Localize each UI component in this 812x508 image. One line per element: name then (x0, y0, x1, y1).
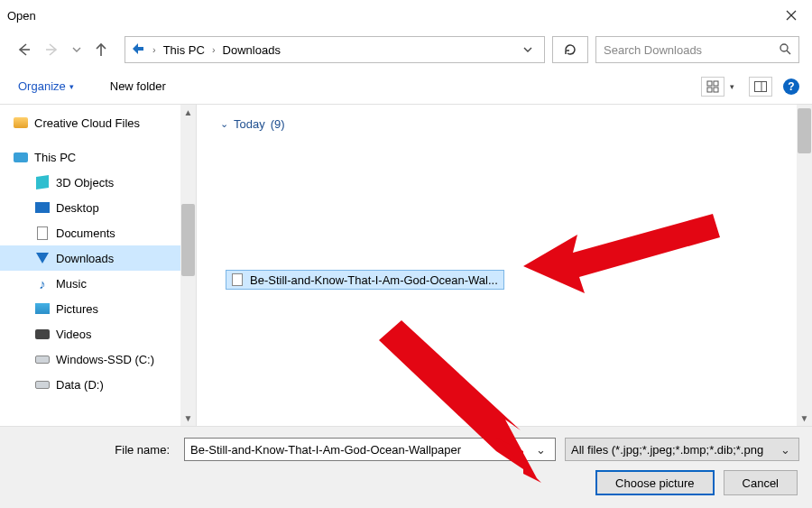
cloud-icon (13, 115, 29, 131)
chevron-right-icon: › (208, 44, 219, 55)
search-icon (779, 42, 791, 58)
file-item-selected[interactable]: Be-Still-and-Know-That-I-Am-God-Ocean-Wa… (226, 270, 504, 290)
svg-rect-8 (714, 81, 718, 86)
desktop-icon (34, 199, 51, 216)
refresh-icon (563, 42, 577, 57)
svg-rect-7 (707, 81, 712, 86)
tree-item-label: 3D Objects (56, 176, 114, 189)
choose-picture-button[interactable]: Choose picture (595, 470, 714, 495)
video-icon (34, 326, 51, 342)
music-icon: ♪ (34, 275, 51, 291)
file-name-value: Be-Still-and-Know-That-I-Am-God-Ocean-Wa… (190, 443, 461, 457)
tree-item-label: Documents (56, 226, 115, 240)
nav-row: › This PC › Downloads Search Downloads (0, 31, 812, 69)
doc-icon (34, 225, 51, 241)
back-button[interactable] (13, 39, 34, 60)
chevron-down-icon: ⌄ (777, 443, 793, 457)
chevron-down-icon: ▾ (69, 82, 74, 91)
search-placeholder: Search Downloads (604, 43, 779, 57)
tree-item-this-pc[interactable]: This PC (0, 144, 180, 170)
tree-item-documents[interactable]: Documents (0, 220, 180, 245)
svg-point-5 (780, 44, 788, 51)
file-name-label: File name: (13, 443, 175, 457)
up-button[interactable] (90, 39, 112, 60)
view-mode-dropdown[interactable]: ▾ (726, 82, 738, 91)
bottom-panel: File name: Be-Still-and-Know-That-I-Am-G… (0, 427, 812, 508)
tree-item-label: Downloads (56, 252, 114, 265)
tree-item-windows-ssd-c[interactable]: Windows-SSD (C:) (0, 346, 180, 372)
scroll-thumb[interactable] (181, 204, 195, 276)
scroll-down-icon: ▼ (180, 411, 196, 426)
tree-item-label: Windows-SSD (C:) (56, 353, 154, 366)
tree-item-label: Data (D:) (56, 378, 104, 392)
pc-icon (13, 149, 29, 165)
breadcrumb-this-pc[interactable]: This PC (163, 43, 205, 57)
svg-rect-10 (714, 88, 718, 92)
svg-rect-9 (707, 88, 712, 92)
breadcrumb-downloads[interactable]: Downloads (223, 43, 281, 57)
preview-pane-button[interactable] (749, 77, 772, 97)
organize-button[interactable]: Organize ▾ (13, 76, 79, 97)
search-input[interactable]: Search Downloads (595, 36, 799, 63)
thumbnails-icon (706, 80, 719, 93)
close-icon (786, 10, 797, 21)
window-title: Open (7, 9, 36, 23)
file-name-input[interactable]: Be-Still-and-Know-That-I-Am-God-Ocean-Wa… (184, 438, 556, 461)
close-button[interactable] (770, 0, 812, 31)
tree-item-desktop[interactable]: Desktop (0, 195, 180, 220)
arrow-left-icon (15, 42, 32, 58)
cancel-button[interactable]: Cancel (724, 470, 798, 495)
view-mode-button[interactable] (701, 77, 724, 97)
refresh-button[interactable] (552, 36, 588, 63)
chevron-right-icon: › (149, 44, 160, 55)
tree-item-music[interactable]: ♪Music (0, 271, 180, 296)
drive-icon (34, 351, 51, 367)
svg-line-6 (787, 51, 790, 54)
chevron-down-icon: ⌄ (531, 443, 549, 457)
tree-item-label: Music (56, 277, 87, 291)
navigation-pane: Creative Cloud FilesThis PC3D ObjectsDes… (0, 105, 197, 426)
recent-locations-button[interactable] (70, 39, 83, 60)
cube-icon (34, 174, 51, 190)
tree-item-label: Videos (56, 328, 92, 341)
tree-item-videos[interactable]: Videos (0, 321, 180, 346)
address-bar[interactable]: › This PC › Downloads (125, 36, 545, 63)
tree-item-creative-cloud-files[interactable]: Creative Cloud Files (0, 110, 180, 135)
tree-item-label: This PC (34, 151, 76, 164)
scroll-down-icon: ▼ (797, 411, 812, 426)
tree-item-3d-objects[interactable]: 3D Objects (0, 170, 180, 195)
pic-icon (34, 300, 51, 317)
tree-item-label: Creative Cloud Files (34, 116, 140, 130)
title-bar: Open (0, 0, 812, 31)
content-scrollbar[interactable]: ▲ ▼ (797, 105, 812, 426)
new-folder-button[interactable]: New folder (105, 76, 171, 97)
tree-item-downloads[interactable]: Downloads (0, 245, 180, 271)
tree-item-label: Pictures (56, 302, 98, 316)
scroll-thumb[interactable] (798, 108, 811, 153)
chevron-down-icon: ⌄ (220, 118, 228, 130)
location-icon (131, 42, 145, 59)
toolbar: Organize ▾ New folder ▾ ? (0, 69, 812, 105)
address-history-button[interactable] (517, 43, 539, 57)
filter-value: All files (*.jpg;*.jpeg;*.bmp;*.dib;*.pn… (571, 443, 763, 457)
file-name-label: Be-Still-and-Know-That-I-Am-God-Ocean-Wa… (250, 273, 498, 287)
down-icon (34, 250, 51, 266)
help-button[interactable]: ? (783, 79, 799, 95)
forward-button[interactable] (42, 39, 63, 60)
preview-pane-icon (754, 81, 767, 92)
file-type-filter[interactable]: All files (*.jpg;*.jpeg;*.bmp;*.dib;*.pn… (565, 438, 799, 461)
chevron-down-icon (72, 45, 81, 54)
arrow-up-icon (93, 42, 109, 58)
group-header-today[interactable]: ⌄ Today (9) (220, 117, 779, 131)
tree-scrollbar[interactable]: ▲ ▼ (180, 105, 196, 426)
group-count: (9) (271, 117, 285, 131)
file-list[interactable]: ⌄ Today (9) Be-Still-and-Know-That-I-Am-… (197, 105, 812, 426)
image-file-icon (232, 273, 243, 286)
tree-item-pictures[interactable]: Pictures (0, 296, 180, 321)
tree-item-data-d[interactable]: Data (D:) (0, 372, 180, 397)
arrow-right-icon (44, 42, 60, 58)
chevron-down-icon (523, 45, 532, 54)
main-area: Creative Cloud FilesThis PC3D ObjectsDes… (0, 105, 812, 427)
tree-item-label: Desktop (56, 201, 99, 215)
help-icon: ? (788, 80, 794, 93)
